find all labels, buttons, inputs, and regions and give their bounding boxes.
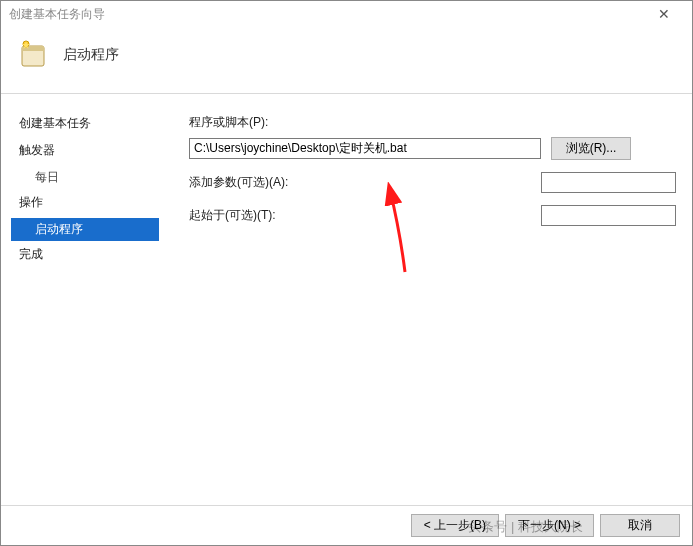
header-title: 启动程序: [63, 46, 119, 64]
step-action[interactable]: 操作: [11, 191, 159, 214]
wizard-footer: < 上一步(B) 下一步(N) > 取消: [1, 505, 692, 537]
start-in-input[interactable]: [541, 205, 676, 226]
browse-button[interactable]: 浏览(R)...: [551, 137, 631, 160]
step-action-start-program[interactable]: 启动程序: [11, 218, 159, 241]
wizard-sidebar: 创建基本任务 触发器 每日 操作 启动程序 完成: [1, 94, 159, 484]
cancel-button[interactable]: 取消: [600, 514, 680, 537]
program-script-label: 程序或脚本(P):: [189, 114, 268, 131]
step-trigger[interactable]: 触发器: [11, 139, 159, 162]
step-create-basic-task[interactable]: 创建基本任务: [11, 112, 159, 135]
next-button[interactable]: 下一步(N) >: [505, 514, 594, 537]
wizard-main: 程序或脚本(P): 浏览(R)... 添加参数(可选)(A): 起始于(可选)(…: [159, 94, 692, 484]
add-arguments-label: 添加参数(可选)(A):: [189, 174, 541, 191]
title-bar: 创建基本任务向导 ✕: [1, 1, 692, 27]
step-finish[interactable]: 完成: [11, 243, 159, 266]
close-icon[interactable]: ✕: [644, 6, 684, 22]
wizard-icon: [19, 39, 51, 71]
program-script-input[interactable]: [189, 138, 541, 159]
start-in-label: 起始于(可选)(T):: [189, 207, 541, 224]
back-button[interactable]: < 上一步(B): [411, 514, 499, 537]
wizard-header: 启动程序: [1, 27, 692, 94]
step-trigger-daily[interactable]: 每日: [11, 166, 159, 189]
add-arguments-input[interactable]: [541, 172, 676, 193]
window-title: 创建基本任务向导: [9, 6, 644, 23]
